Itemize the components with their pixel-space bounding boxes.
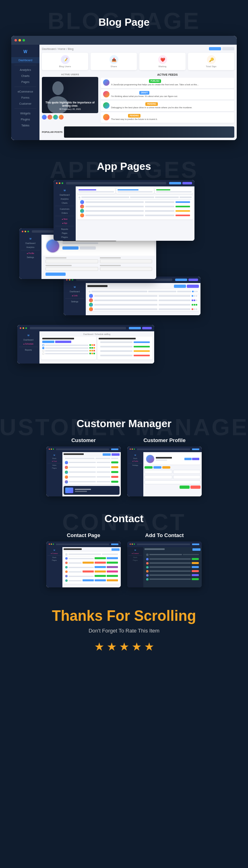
app-dot-1r <box>56 182 58 184</box>
contact-dot-1g <box>53 544 54 545</box>
mini-dot-1y <box>51 448 52 450</box>
schedule-breadcrumb: Dashboard / Schedule staffing <box>41 333 153 335</box>
app-dot-2g <box>27 231 29 232</box>
sidebar-dashboard: Dashboard <box>11 57 39 63</box>
blog-breadcrumb: Dashboard / Home / Blog <box>42 48 74 50</box>
feed-item-4: PENDING The best way to predict the futu… <box>101 112 234 123</box>
app-dot-3r <box>66 279 68 281</box>
stars-row: ★ ★ ★ ★ ★ <box>8 640 240 653</box>
contact-dot-2y <box>132 544 133 545</box>
cust-profile-content <box>143 452 202 496</box>
customer-profile-mini-header <box>127 446 202 452</box>
app-dot-4g <box>25 327 27 329</box>
customer-profile-screenshot: W Dash ● Profile Settings <box>127 446 202 496</box>
browser-dot-red <box>14 39 17 41</box>
app-content-2 <box>41 235 156 279</box>
sidebar-customer: Customer <box>11 101 39 107</box>
app-card-dashboard: W Dashboard Analytics Charts Customers O… <box>54 180 194 241</box>
feed-title: ACTIVE FEEDS <box>101 73 234 76</box>
app-dot-4y <box>23 327 24 329</box>
sidebar-tables: Tables <box>11 122 39 128</box>
add-contact-list <box>145 552 200 582</box>
featured-caption: This quote highlights the importance of … <box>42 99 98 113</box>
contact-dot-2g <box>134 544 135 545</box>
mini-dot-2y <box>132 448 133 450</box>
contact-sidebar: W ● Contact Dash Pages <box>46 547 62 587</box>
app-sidebar-1: W Dashboard Analytics Charts Customers O… <box>54 186 76 241</box>
sidebar-forms: Forms <box>11 95 39 101</box>
add-contact-inner: W ● Contact Dash Pages <box>127 547 202 587</box>
list-table <box>87 289 199 311</box>
sidebar-div-2 <box>14 87 36 87</box>
app-card-schedule: W Dashboard ● Schedule Reports Dashboard… <box>17 325 154 364</box>
customer-table <box>64 457 120 484</box>
checklist <box>42 344 95 355</box>
customer-profile-col: Customer Profile W Dash ● Profile Setti <box>127 437 202 496</box>
app-content-1 <box>76 186 194 241</box>
customer-col: Customer W Dash ● Cust Order <box>46 437 121 496</box>
feed-badge-2: DRAFT <box>139 91 149 95</box>
mini-dot-1g <box>53 448 54 450</box>
app-body-2: W Dashboard Analytics ● Profile Settings <box>19 235 156 279</box>
stat-icon-4: 🔑 <box>207 55 216 64</box>
cust-profile-inner: W Dash ● Profile Settings <box>127 452 202 496</box>
app-screenshots-stack: W Dashboard Analytics Charts Customers O… <box>15 180 233 373</box>
blog-section: BLOG PAGE Blog Page W Dashboard Analytic… <box>0 0 248 152</box>
stat-card-1: 📝 Blog Users <box>42 53 88 70</box>
app1-stat-row <box>77 188 193 194</box>
stat-icon-1: 📝 <box>61 55 70 64</box>
contact-screenshots: Contact Page W ● Contact Dash Pages <box>8 532 240 587</box>
app-content-4: Dashboard / Schedule staffing <box>39 331 154 364</box>
feed-avatar-2 <box>103 91 110 97</box>
app-body-3: W Dashboard ● Lists Settings <box>64 283 200 315</box>
contact-dot-1y <box>51 544 52 545</box>
stat-card-3: ❤️ Waiting <box>139 53 186 70</box>
contact-page-col: Contact Page W ● Contact Dash Pages <box>46 532 121 587</box>
sidebar-ecommerce: eCommerce <box>11 89 39 95</box>
featured-image: This quote highlights the importance of … <box>42 77 98 113</box>
stat-label-2: Share <box>94 65 134 68</box>
sidebar-pages: Pages <box>11 79 39 85</box>
blog-featured: ACTIVE USERS This quote highlights the i… <box>42 73 98 124</box>
blog-header: Dashboard / Home / Blog <box>42 47 234 50</box>
app-content-3 <box>86 283 200 315</box>
feed-item-3: PENDING Debugging is the best place driv… <box>101 101 234 111</box>
feed-item-1: PUBLISH A JavaScript programming that he… <box>101 78 234 88</box>
feed-text-3: PENDING Debugging is the best place driv… <box>111 102 192 110</box>
contact-dot-1r <box>49 544 50 545</box>
blog-feed: ACTIVE FEEDS PUBLISH A JavaScript progra… <box>101 73 234 124</box>
app-dot-4r <box>20 327 21 329</box>
app1-table <box>77 195 193 219</box>
sidebar-div-3 <box>14 108 36 109</box>
app-dot-3y <box>69 279 70 281</box>
active-users-label: ACTIVE USERS <box>42 73 98 76</box>
stat-icon-3: ❤️ <box>158 55 167 64</box>
feed-badge-3: PENDING <box>145 102 158 106</box>
profile-form <box>43 256 155 277</box>
browser-bar <box>11 36 237 45</box>
app-sidebar-2: W Dashboard Analytics ● Profile Settings <box>19 235 41 279</box>
feed-text-2: DRAFT I'm thinking about what you know. … <box>111 91 178 98</box>
app-dot-2y <box>25 231 26 232</box>
app-body-1: W Dashboard Analytics Charts Customers O… <box>54 186 194 241</box>
thanks-title: Thanks For Scrolling <box>8 608 240 624</box>
customer-sidebar: W Dash ● Cust Order Pages <box>46 452 62 496</box>
stat-card-4: 🔑 Total Sign <box>188 53 234 70</box>
blog-main-content: Dashboard / Home / Blog 📝 Blog Users 📤 S… <box>39 45 237 140</box>
contact-mini-header-1 <box>46 541 121 547</box>
browser-dot-yellow <box>19 39 21 41</box>
blog-inner: W Dashboard Analytics Charts Pages eComm… <box>11 45 237 140</box>
feed-avatar-4 <box>103 114 110 120</box>
add-contact-col: Add To Contact W ● Contact Dash Pages <box>127 532 202 587</box>
blog-section-title: Blog Page <box>8 16 240 29</box>
add-contact-label: Add To Contact <box>127 532 202 538</box>
profile-avatar <box>45 239 60 253</box>
app-dot-1g <box>62 182 63 184</box>
sidebar-widgets: Widgets <box>11 110 39 116</box>
app-dot-3g <box>72 279 73 281</box>
feed-text-1: PUBLISH A JavaScript programming that he… <box>111 79 199 87</box>
cust-profile-header <box>145 453 200 465</box>
customer-screenshots: Customer W Dash ● Cust Order <box>8 437 240 496</box>
add-contact-content <box>143 547 202 587</box>
star-5: ★ <box>144 640 154 653</box>
